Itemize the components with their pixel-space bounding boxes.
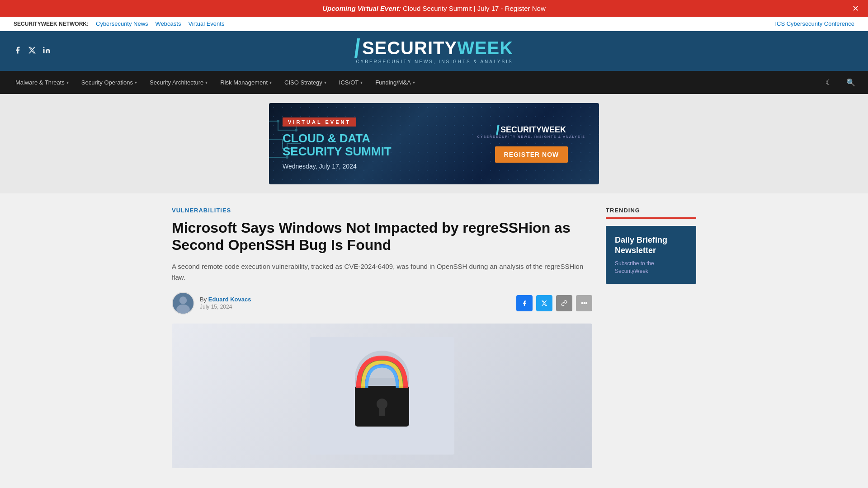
share-twitter-button[interactable] (536, 295, 552, 311)
logo-tagline: CYBERSECURITY NEWS, INSIGHTS & ANALYSIS (356, 59, 513, 64)
article-image (172, 324, 592, 468)
announcement-bar: Upcoming Virtual Event: Cloud Security S… (0, 0, 868, 17)
author-info: By Eduard Kovacs July 15, 2024 (200, 296, 251, 310)
svg-rect-12 (379, 407, 385, 416)
author-name-link[interactable]: Eduard Kovacs (208, 296, 251, 303)
svg-point-5 (179, 296, 187, 304)
banner-content-right: SECURITYWEEK CYBERSECURITY NEWS, INSIGHT… (477, 125, 585, 163)
search-icon[interactable]: 🔍 (843, 71, 859, 94)
share-copy-link-button[interactable] (556, 295, 572, 311)
nav-link-virtual-events[interactable]: Virtual Events (188, 20, 224, 27)
article-summary: A second remote code execution vulnerabi… (172, 261, 592, 283)
network-label: SECURITYWEEK NETWORK: (14, 21, 89, 27)
banner-area: VIRTUAL EVENT CLOUD & DATA SECURITY SUMM… (0, 94, 868, 193)
banner-virtual-event-label: VIRTUAL EVENT (283, 117, 356, 127)
sidebar: TRENDING Daily Briefing Newsletter Subsc… (606, 207, 696, 468)
article-title: Microsoft Says Windows Not Impacted by r… (172, 219, 592, 254)
chevron-down-icon: ▾ (324, 80, 326, 85)
logo-week: WEEK (457, 38, 513, 58)
dark-mode-toggle[interactable]: ☾ (822, 71, 835, 94)
network-bar: SECURITYWEEK NETWORK: Cybersecurity News… (0, 17, 868, 31)
banner-date: Wednesday, July 17, 2024 (283, 163, 392, 170)
logo-security: SECURITY (362, 38, 457, 58)
banner-title: CLOUD & DATA SECURITY SUMMIT (283, 132, 392, 158)
site-header: SECURITY WEEK CYBERSECURITY NEWS, INSIGH… (0, 31, 868, 71)
banner-content-left: VIRTUAL EVENT CLOUD & DATA SECURITY SUMM… (283, 117, 392, 169)
author-avatar (172, 292, 194, 314)
chevron-down-icon: ▾ (269, 80, 272, 85)
register-now-button[interactable]: REGISTER NOW (495, 146, 568, 163)
ics-conference-link[interactable]: ICS Cybersecurity Conference (775, 20, 854, 27)
article-meta-left: By Eduard Kovacs July 15, 2024 (172, 292, 251, 314)
nav-malware-threats[interactable]: Malware & Threats ▾ (9, 72, 75, 93)
banner-logo: SECURITYWEEK (500, 125, 566, 135)
nav-items: Malware & Threats ▾ Security Operations … (9, 72, 421, 93)
social-icons (14, 46, 51, 56)
nav-funding-ma[interactable]: Funding/M&A ▾ (369, 72, 421, 93)
main-nav: Malware & Threats ▾ Security Operations … (0, 71, 868, 94)
nav-security-architecture[interactable]: Security Architecture ▾ (143, 72, 214, 93)
announcement-prefix: Upcoming Virtual Event: (322, 5, 401, 12)
article-category: VULNERABILITIES (172, 207, 592, 214)
chevron-down-icon: ▾ (135, 80, 137, 85)
article-meta: By Eduard Kovacs July 15, 2024 (172, 292, 592, 314)
article-date: July 15, 2024 (200, 304, 251, 310)
article-main: VULNERABILITIES Microsoft Says Windows N… (172, 207, 592, 468)
announcement-text: Cloud Security Summit | July 17 - Regist… (403, 5, 546, 12)
nav-ics-ot[interactable]: ICS/OT ▾ (333, 72, 369, 93)
share-more-button[interactable]: ••• (576, 295, 592, 311)
trending-title: TRENDING (606, 207, 696, 219)
chevron-down-icon: ▾ (205, 80, 208, 85)
network-links: SECURITYWEEK NETWORK: Cybersecurity News… (14, 20, 224, 27)
site-logo[interactable]: SECURITY WEEK CYBERSECURITY NEWS, INSIGH… (356, 38, 513, 64)
nav-ciso-strategy[interactable]: CISO Strategy ▾ (278, 72, 333, 93)
svg-point-0 (43, 47, 45, 48)
author-byline: By Eduard Kovacs (200, 296, 251, 303)
svg-point-6 (176, 305, 189, 314)
share-facebook-button[interactable] (516, 295, 533, 311)
content-wrapper: VULNERABILITIES Microsoft Says Windows N… (163, 193, 705, 482)
nav-icons: ☾ 🔍 (822, 71, 859, 94)
close-icon[interactable]: ✕ (852, 4, 859, 14)
daily-briefing-subtitle: Subscribe to the SecurityWeek (615, 260, 687, 275)
nav-risk-management[interactable]: Risk Management ▾ (214, 72, 278, 93)
chevron-down-icon: ▾ (66, 80, 69, 85)
share-buttons: ••• (516, 295, 592, 311)
linkedin-icon[interactable] (42, 46, 51, 56)
banner-logo-tagline: CYBERSECURITY NEWS, INSIGHTS & ANALYSIS (477, 135, 585, 138)
chevron-down-icon: ▾ (413, 80, 415, 85)
nav-security-operations[interactable]: Security Operations ▾ (75, 72, 143, 93)
nav-link-webcasts[interactable]: Webcasts (156, 20, 181, 27)
banner-image[interactable]: VIRTUAL EVENT CLOUD & DATA SECURITY SUMM… (269, 103, 599, 184)
chevron-down-icon: ▾ (360, 80, 363, 85)
twitter-x-icon[interactable] (28, 46, 36, 56)
daily-briefing-title: Daily Briefing Newsletter (615, 235, 687, 256)
svg-point-1 (277, 120, 279, 122)
nav-link-cybersecurity-news[interactable]: Cybersecurity News (96, 20, 148, 27)
article-illustration (310, 337, 454, 455)
daily-briefing-card[interactable]: Daily Briefing Newsletter Subscribe to t… (606, 226, 696, 284)
facebook-icon[interactable] (14, 46, 22, 56)
